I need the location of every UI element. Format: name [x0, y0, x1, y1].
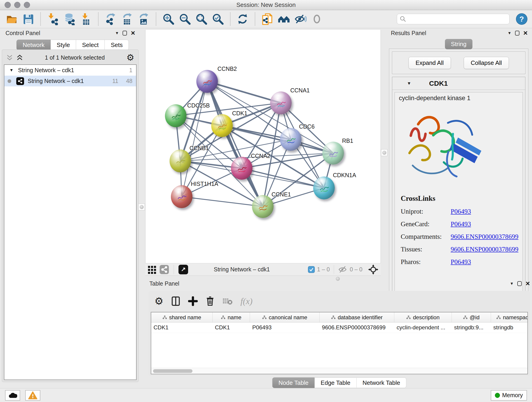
tab-edge-table[interactable]: Edge Table	[315, 377, 357, 388]
tab-network-table[interactable]: Network Table	[356, 377, 406, 388]
open-view-in-window-button[interactable]: ↗	[178, 265, 188, 274]
network-node-CDK1[interactable]	[211, 114, 233, 137]
window-minimize-button[interactable]	[14, 2, 20, 8]
network-node-CCNA1[interactable]	[270, 91, 292, 114]
export-image-button[interactable]	[137, 12, 151, 26]
table-cell[interactable]: CDK1	[151, 322, 213, 333]
export-network-button[interactable]	[104, 12, 118, 26]
column-header-canonical-name[interactable]: canonical name	[250, 313, 320, 322]
table-options-gear-icon[interactable]: ⚙	[154, 296, 163, 306]
expand-all-button[interactable]: Expand All	[409, 57, 451, 69]
collapse-panel-button[interactable]: ▼	[510, 281, 514, 286]
table-cell[interactable]: stringdb:9...	[452, 322, 491, 333]
tree-expand-icon[interactable]: ▼	[9, 68, 13, 73]
save-session-button[interactable]	[21, 12, 35, 26]
cloud-status-button[interactable]	[5, 390, 20, 401]
table-cell[interactable]: stringdb	[491, 322, 528, 333]
search-input[interactable]	[409, 16, 507, 22]
network-canvas[interactable]: CCNB2 CCNA1 CDC25B CDK1 CDC6 RB1 CCNB1 C…	[145, 30, 381, 263]
tab-network[interactable]: Network	[17, 40, 51, 50]
collapse-all-button[interactable]: Collapse All	[464, 57, 509, 69]
network-node-HIST1H1A[interactable]	[171, 185, 192, 208]
network-node-CCNB1[interactable]	[170, 149, 191, 172]
table-cell[interactable]: cyclin-dependent ...	[394, 322, 452, 333]
tab-node-table[interactable]: Node Table	[272, 377, 315, 388]
network-node-CDC25B[interactable]	[165, 104, 186, 127]
collapse-gene-icon[interactable]: ▼	[407, 81, 411, 86]
column-header-namespace[interactable]: namespace	[491, 313, 528, 322]
table-row[interactable]: CDK1CDK1P064939606.ENSP00000378699cyclin…	[151, 322, 527, 333]
table-cell[interactable]: P06493	[250, 322, 320, 333]
column-header-database-identifier[interactable]: database identifier	[320, 313, 394, 322]
collapse-all-icon[interactable]	[6, 54, 13, 61]
memory-button[interactable]: Memory	[491, 390, 527, 401]
zoom-out-button[interactable]	[178, 12, 192, 26]
copy-network-button[interactable]	[260, 12, 274, 26]
add-column-icon[interactable]	[188, 296, 198, 306]
close-panel-button[interactable]: ✕	[131, 30, 135, 36]
network-options-gear-icon[interactable]: ⚙	[127, 53, 134, 62]
float-panel-button[interactable]	[515, 31, 519, 36]
window-zoom-button[interactable]	[24, 2, 30, 8]
refresh-button[interactable]	[235, 12, 250, 26]
warnings-button[interactable]	[25, 390, 40, 401]
import-table-button[interactable]	[79, 12, 93, 26]
network-node-CCNA2[interactable]	[231, 157, 253, 180]
hide-selected-button[interactable]	[293, 12, 307, 26]
tab-style[interactable]: Style	[51, 40, 76, 50]
function-builder-icon[interactable]: f(x)	[240, 296, 253, 306]
zoom-in-button[interactable]	[161, 12, 176, 26]
table-cell[interactable]: CDK1	[213, 322, 250, 333]
show-columns-icon[interactable]	[171, 296, 180, 306]
open-session-button[interactable]	[5, 12, 19, 26]
table-cell[interactable]: 9606.ENSP00000378699	[320, 322, 394, 333]
tab-select[interactable]: Select	[76, 40, 105, 50]
network-edge[interactable]	[242, 168, 324, 188]
selected-checkbox-icon[interactable]	[308, 266, 315, 273]
show-hidden-button[interactable]	[310, 12, 324, 26]
network-node-CCNB2[interactable]	[196, 70, 218, 93]
network-node-CDC6[interactable]	[280, 128, 302, 151]
network-node-RB1[interactable]	[322, 142, 344, 165]
network-collection-row[interactable]: ▼ String Network – cdk1 1	[4, 65, 136, 76]
tab-string[interactable]: String	[445, 39, 472, 49]
close-panel-button[interactable]: ✕	[525, 281, 530, 287]
zoom-fit-button[interactable]	[194, 12, 209, 26]
float-panel-button[interactable]	[517, 281, 522, 286]
crosslink-link[interactable]: P06493	[451, 220, 471, 228]
network-row[interactable]: String Network – cdk1 11 48	[4, 76, 136, 86]
delete-table-icon[interactable]	[222, 297, 233, 305]
import-network-from-database-button[interactable]	[62, 12, 76, 26]
export-table-button[interactable]	[120, 12, 134, 26]
column-header-name[interactable]: name	[213, 313, 250, 322]
hidden-eye-icon[interactable]	[338, 266, 347, 274]
crosslink-link[interactable]: P06493	[451, 208, 471, 215]
network-edge[interactable]	[207, 81, 281, 103]
delete-column-icon[interactable]	[206, 296, 215, 306]
left-splitter-handle[interactable]	[138, 204, 145, 211]
column-header--id[interactable]: @id	[452, 313, 491, 322]
column-header-shared-name[interactable]: shared name	[151, 313, 213, 322]
horizontal-scrollbar[interactable]	[151, 368, 527, 374]
help-button[interactable]: ?	[516, 13, 527, 25]
column-header-description[interactable]: description	[394, 313, 452, 322]
collapse-panel-button[interactable]: ▼	[507, 31, 511, 36]
crosslink-link[interactable]: 9606.ENSP00000378699	[451, 245, 519, 253]
fit-content-crosshair-icon[interactable]	[368, 264, 379, 275]
tab-sets[interactable]: Sets	[105, 40, 129, 50]
window-close-button[interactable]	[5, 2, 11, 8]
right-splitter-handle[interactable]	[381, 149, 387, 156]
network-node-CCNE1[interactable]	[252, 195, 273, 218]
close-panel-button[interactable]: ✕	[523, 30, 528, 36]
network-edge[interactable]	[182, 81, 207, 197]
home-button[interactable]	[277, 12, 291, 26]
zoom-selected-button[interactable]	[211, 12, 225, 26]
network-node-CDKN1A[interactable]	[313, 177, 335, 199]
share-view-icon[interactable]	[159, 265, 169, 274]
gene-card-header[interactable]: ▼ CDK1	[392, 77, 525, 90]
network-edge[interactable]	[182, 197, 263, 206]
birdseye-grid-icon[interactable]	[147, 265, 157, 274]
import-network-button[interactable]	[46, 12, 60, 26]
crosslink-link[interactable]: P06493	[451, 258, 471, 266]
collapse-panel-button[interactable]: ▼	[115, 31, 119, 36]
